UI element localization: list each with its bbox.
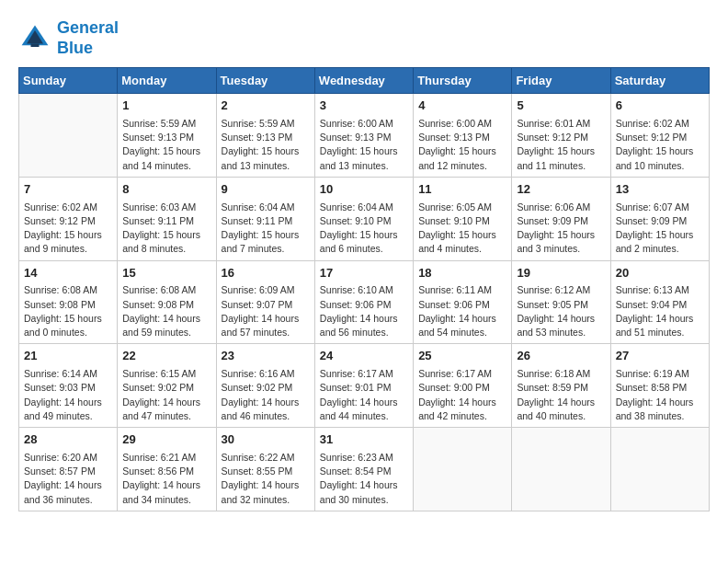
week-row-3: 14Sunrise: 6:08 AM Sunset: 9:08 PM Dayli… [19,260,710,344]
day-number: 1 [122,98,210,115]
week-row-1: 1Sunrise: 5:59 AM Sunset: 9:13 PM Daylig… [19,94,710,178]
day-info: Sunrise: 5:59 AM Sunset: 9:13 PM Dayligh… [222,117,310,173]
calendar-cell: 10Sunrise: 6:04 AM Sunset: 9:10 PM Dayli… [314,177,413,260]
day-number: 31 [320,431,408,449]
calendar-cell [512,428,610,511]
page-header: General Blue [18,18,710,58]
day-info: Sunrise: 6:05 AM Sunset: 9:10 PM Dayligh… [418,201,506,257]
day-number: 4 [418,98,506,115]
logo-icon [18,22,51,55]
calendar-cell: 19Sunrise: 6:12 AM Sunset: 9:05 PM Dayli… [512,260,610,344]
calendar-cell: 3Sunrise: 6:00 AM Sunset: 9:13 PM Daylig… [314,94,413,178]
day-info: Sunrise: 6:21 AM Sunset: 8:56 PM Dayligh… [122,451,210,507]
calendar-cell: 17Sunrise: 6:10 AM Sunset: 9:06 PM Dayli… [314,260,413,344]
calendar-cell: 12Sunrise: 6:06 AM Sunset: 9:09 PM Dayli… [512,177,610,260]
calendar-cell: 24Sunrise: 6:17 AM Sunset: 9:01 PM Dayli… [314,344,413,428]
calendar-cell: 14Sunrise: 6:08 AM Sunset: 9:08 PM Dayli… [19,260,118,344]
day-info: Sunrise: 6:10 AM Sunset: 9:06 PM Dayligh… [320,283,408,339]
day-info: Sunrise: 6:04 AM Sunset: 9:11 PM Dayligh… [222,201,310,257]
calendar-cell: 8Sunrise: 6:03 AM Sunset: 9:11 PM Daylig… [118,177,216,260]
day-info: Sunrise: 6:23 AM Sunset: 8:54 PM Dayligh… [320,451,408,507]
day-number: 25 [418,348,506,365]
calendar-cell: 20Sunrise: 6:13 AM Sunset: 9:04 PM Dayli… [610,260,709,344]
day-number: 24 [320,348,408,365]
day-info: Sunrise: 6:02 AM Sunset: 9:12 PM Dayligh… [616,117,704,173]
day-number: 8 [122,181,210,199]
day-info: Sunrise: 6:20 AM Sunset: 8:57 PM Dayligh… [24,451,112,507]
day-number: 5 [517,98,605,115]
day-info: Sunrise: 6:08 AM Sunset: 9:08 PM Dayligh… [24,283,112,339]
day-number: 18 [418,265,506,282]
calendar-cell: 9Sunrise: 6:04 AM Sunset: 9:11 PM Daylig… [216,177,314,260]
day-number: 30 [222,431,310,449]
col-header-saturday: Saturday [610,68,709,94]
week-row-2: 7Sunrise: 6:02 AM Sunset: 9:12 PM Daylig… [19,177,710,260]
day-info: Sunrise: 6:00 AM Sunset: 9:13 PM Dayligh… [418,117,506,173]
calendar-cell: 1Sunrise: 5:59 AM Sunset: 9:13 PM Daylig… [118,94,216,178]
day-number: 28 [24,431,112,449]
calendar-cell: 27Sunrise: 6:19 AM Sunset: 8:58 PM Dayli… [610,344,709,428]
calendar-cell: 30Sunrise: 6:22 AM Sunset: 8:55 PM Dayli… [216,428,314,511]
day-info: Sunrise: 6:06 AM Sunset: 9:09 PM Dayligh… [517,201,605,257]
day-number: 16 [222,265,310,282]
col-header-wednesday: Wednesday [314,68,413,94]
day-number: 23 [222,348,310,365]
day-info: Sunrise: 6:19 AM Sunset: 8:58 PM Dayligh… [616,367,704,423]
day-number: 6 [616,98,704,115]
day-info: Sunrise: 6:00 AM Sunset: 9:13 PM Dayligh… [320,117,408,173]
logo-text: General Blue [57,18,119,58]
day-info: Sunrise: 6:17 AM Sunset: 9:00 PM Dayligh… [418,367,506,423]
calendar-cell: 29Sunrise: 6:21 AM Sunset: 8:56 PM Dayli… [118,428,216,511]
day-info: Sunrise: 6:09 AM Sunset: 9:07 PM Dayligh… [222,283,310,339]
day-info: Sunrise: 6:03 AM Sunset: 9:11 PM Dayligh… [122,201,210,257]
day-number: 22 [122,348,210,365]
col-header-tuesday: Tuesday [216,68,314,94]
calendar-body: 1Sunrise: 5:59 AM Sunset: 9:13 PM Daylig… [19,94,710,511]
day-info: Sunrise: 6:13 AM Sunset: 9:04 PM Dayligh… [616,283,704,339]
day-number: 10 [320,181,408,199]
day-number: 12 [517,181,605,199]
calendar-cell: 18Sunrise: 6:11 AM Sunset: 9:06 PM Dayli… [414,260,512,344]
day-number: 20 [616,265,704,282]
calendar-cell: 7Sunrise: 6:02 AM Sunset: 9:12 PM Daylig… [19,177,118,260]
col-header-sunday: Sunday [19,68,118,94]
day-number: 19 [517,265,605,282]
logo: General Blue [18,18,119,58]
calendar-cell: 5Sunrise: 6:01 AM Sunset: 9:12 PM Daylig… [512,94,610,178]
day-info: Sunrise: 6:04 AM Sunset: 9:10 PM Dayligh… [320,201,408,257]
calendar-cell: 13Sunrise: 6:07 AM Sunset: 9:09 PM Dayli… [610,177,709,260]
week-row-4: 21Sunrise: 6:14 AM Sunset: 9:03 PM Dayli… [19,344,710,428]
calendar-header: SundayMondayTuesdayWednesdayThursdayFrid… [19,68,710,94]
day-info: Sunrise: 6:14 AM Sunset: 9:03 PM Dayligh… [24,367,112,423]
day-info: Sunrise: 6:16 AM Sunset: 9:02 PM Dayligh… [222,367,310,423]
day-info: Sunrise: 5:59 AM Sunset: 9:13 PM Dayligh… [122,117,210,173]
calendar-cell: 23Sunrise: 6:16 AM Sunset: 9:02 PM Dayli… [216,344,314,428]
day-number: 9 [222,181,310,199]
calendar-cell: 28Sunrise: 6:20 AM Sunset: 8:57 PM Dayli… [19,428,118,511]
week-row-5: 28Sunrise: 6:20 AM Sunset: 8:57 PM Dayli… [19,428,710,511]
day-info: Sunrise: 6:07 AM Sunset: 9:09 PM Dayligh… [616,201,704,257]
col-header-thursday: Thursday [414,68,512,94]
col-header-friday: Friday [512,68,610,94]
calendar-cell [610,428,709,511]
day-number: 3 [320,98,408,115]
day-number: 15 [122,265,210,282]
calendar-cell: 21Sunrise: 6:14 AM Sunset: 9:03 PM Dayli… [19,344,118,428]
day-info: Sunrise: 6:18 AM Sunset: 8:59 PM Dayligh… [517,367,605,423]
day-info: Sunrise: 6:01 AM Sunset: 9:12 PM Dayligh… [517,117,605,173]
day-number: 7 [24,181,112,199]
day-number: 17 [320,265,408,282]
calendar-cell: 26Sunrise: 6:18 AM Sunset: 8:59 PM Dayli… [512,344,610,428]
day-info: Sunrise: 6:22 AM Sunset: 8:55 PM Dayligh… [222,451,310,507]
svg-rect-2 [31,43,40,47]
day-number: 14 [24,265,112,282]
calendar-cell: 16Sunrise: 6:09 AM Sunset: 9:07 PM Dayli… [216,260,314,344]
calendar-cell [19,94,118,178]
calendar-cell [414,428,512,511]
day-info: Sunrise: 6:17 AM Sunset: 9:01 PM Dayligh… [320,367,408,423]
day-number: 27 [616,348,704,365]
calendar-cell: 11Sunrise: 6:05 AM Sunset: 9:10 PM Dayli… [414,177,512,260]
day-number: 11 [418,181,506,199]
day-number: 13 [616,181,704,199]
calendar-cell: 22Sunrise: 6:15 AM Sunset: 9:02 PM Dayli… [118,344,216,428]
